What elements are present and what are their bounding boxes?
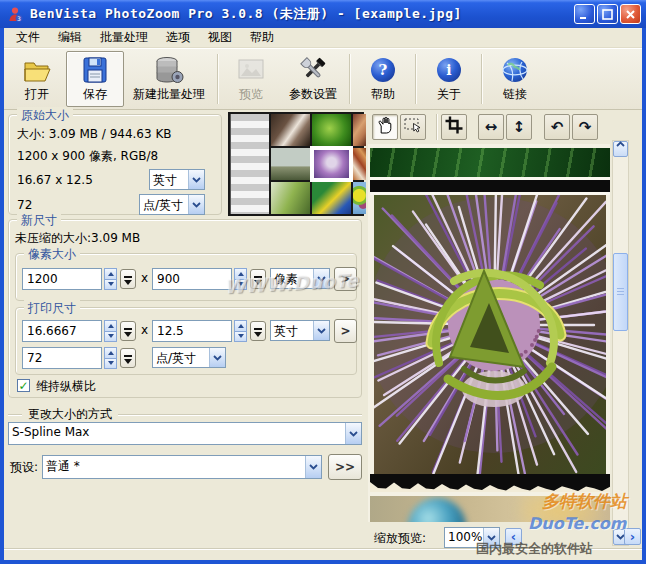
new-batch-toolbar-button[interactable]: 新建批量处理 xyxy=(124,51,214,107)
toolbar-button-label: 关于 xyxy=(437,86,461,103)
original-unit-combo[interactable]: 英寸 xyxy=(149,169,205,190)
scroll-up-button[interactable] xyxy=(613,141,628,157)
pixel-height-stepper[interactable] xyxy=(234,268,247,290)
pixel-unit-combo[interactable]: 像素 xyxy=(270,268,330,289)
flip-horizontal-tool-button[interactable]: ↔ xyxy=(478,114,504,140)
pixel-width-flyout-button[interactable] xyxy=(120,269,136,289)
menu-item-batch[interactable]: 批量处理 xyxy=(94,28,154,48)
print-width-flyout-button[interactable] xyxy=(120,321,136,341)
close-button[interactable] xyxy=(620,4,641,24)
open-toolbar-button[interactable]: 打开 xyxy=(8,51,66,107)
link-toolbar-button[interactable]: 链接 xyxy=(486,51,544,107)
toolbar-separator xyxy=(349,54,351,104)
rotate-left-tool-button[interactable]: ↶ xyxy=(544,114,570,140)
pan-left-button[interactable]: ‹ xyxy=(505,528,522,545)
thumbnail-wedding[interactable] xyxy=(271,114,310,146)
method-combo[interactable]: S-Spline Max xyxy=(8,422,362,445)
pan-right-button[interactable]: › xyxy=(624,528,641,545)
rotate-right-icon: ↷ xyxy=(579,118,592,136)
help-toolbar-button[interactable]: ?帮助 xyxy=(354,51,412,107)
print-height-stepper[interactable] xyxy=(234,320,247,342)
chevron-down-icon[interactable] xyxy=(188,195,204,214)
pixel-apply-button[interactable]: > xyxy=(334,267,357,291)
print-resolution-unit-combo[interactable]: 点/英寸 xyxy=(152,347,226,368)
thumbnail-leaf[interactable] xyxy=(312,114,351,146)
settings-toolbar-button[interactable]: 参数设置 xyxy=(280,51,346,107)
torn-edge-band xyxy=(370,474,610,492)
chevron-down-icon[interactable] xyxy=(305,456,321,478)
menu-item-edit[interactable]: 编辑 xyxy=(52,28,88,48)
title-bar: 3 BenVista PhotoZoom Pro 3.0.8 (未注册) - [… xyxy=(0,0,646,28)
flyout-arrow-icon xyxy=(254,276,262,285)
keep-aspect-checkbox[interactable]: ✓ xyxy=(17,379,30,392)
menu-item-options[interactable]: 选项 xyxy=(160,28,196,48)
print-resolution-flyout-button[interactable] xyxy=(120,348,136,368)
print-resolution-input[interactable] xyxy=(22,347,102,369)
times-label: x xyxy=(141,323,148,337)
toolbar-button-label: 帮助 xyxy=(371,86,395,103)
print-height-flyout-button[interactable] xyxy=(250,321,266,341)
print-apply-button[interactable]: > xyxy=(334,319,357,343)
original-resolution: 72 xyxy=(17,198,32,212)
rotate-right-tool-button[interactable]: ↷ xyxy=(572,114,598,140)
print-width-stepper[interactable] xyxy=(104,320,117,342)
thumbnail-sprout[interactable] xyxy=(271,182,310,214)
pixel-height-input[interactable] xyxy=(152,268,232,290)
chevron-down-icon[interactable] xyxy=(209,348,225,367)
print-height-input[interactable] xyxy=(152,320,232,342)
preset-more-button[interactable]: >> xyxy=(328,454,362,480)
chevron-down-icon[interactable] xyxy=(345,423,361,444)
thumbnail-parrot[interactable] xyxy=(312,182,351,214)
hand-tool-button[interactable] xyxy=(372,114,398,140)
preset-combo[interactable]: 普通 * xyxy=(42,455,322,479)
tools-icon xyxy=(296,55,330,85)
thumbnail-portrait[interactable] xyxy=(353,114,366,146)
save-toolbar-button[interactable]: 保存 xyxy=(66,51,124,107)
toolbar-button-label: 新建批量处理 xyxy=(133,86,205,103)
preview-viewport[interactable] xyxy=(368,144,610,522)
original-file-size: 大小: 3.09 MB / 944.63 KB xyxy=(17,126,172,143)
thumbnail-windmill[interactable] xyxy=(271,148,310,180)
about-toolbar-button[interactable]: i关于 xyxy=(420,51,478,107)
light-blur xyxy=(520,496,600,522)
marquee-tool-icon xyxy=(403,115,423,139)
crop-tool-button[interactable] xyxy=(441,114,467,140)
thumbnail-passionflower-selected[interactable] xyxy=(312,148,351,180)
preset-label: 预设: xyxy=(10,459,38,476)
image-navigator xyxy=(228,112,364,216)
flip-vertical-tool-button[interactable]: ↕ xyxy=(506,114,532,140)
print-resolution-stepper[interactable] xyxy=(104,347,117,369)
preview-vertical-scrollbar[interactable] xyxy=(612,140,629,546)
print-width-input[interactable] xyxy=(22,320,102,342)
preview-toolbar-separator xyxy=(436,114,438,140)
zoom-combo[interactable]: 100% xyxy=(444,527,500,548)
help-icon: ? xyxy=(366,55,400,85)
chevron-down-icon[interactable] xyxy=(188,170,204,189)
pixel-size-group-label: 像素大小 xyxy=(24,246,80,263)
client-area: 文件编辑批量处理选项视图帮助 打开保存新建批量处理预览参数设置?帮助i关于链接 … xyxy=(4,28,642,560)
pixel-width-stepper[interactable] xyxy=(104,268,117,290)
minimize-button[interactable] xyxy=(574,4,595,24)
marquee-tool-button[interactable] xyxy=(400,114,426,140)
menu-item-view[interactable]: 视图 xyxy=(202,28,238,48)
times-label: x xyxy=(141,271,148,285)
thumbnail-autumn[interactable] xyxy=(353,148,366,180)
chevron-down-icon[interactable] xyxy=(313,321,329,340)
maximize-button[interactable] xyxy=(597,4,618,24)
toolbar-button-label: 保存 xyxy=(83,86,107,103)
chevron-down-icon[interactable] xyxy=(483,528,499,547)
chevron-down-icon[interactable] xyxy=(313,269,329,288)
pixel-size-group: 像素大小 x 像素 > xyxy=(15,253,357,301)
menu-item-file[interactable]: 文件 xyxy=(10,28,46,48)
toolbar-button-label: 预览 xyxy=(239,86,263,103)
pixel-width-input[interactable] xyxy=(22,268,102,290)
pixel-height-flyout-button[interactable] xyxy=(250,269,266,289)
scrollbar-thumb[interactable] xyxy=(613,253,628,331)
leaf-band-image xyxy=(370,148,610,177)
print-unit-combo[interactable]: 英寸 xyxy=(270,320,330,341)
toolbar-button-label: 参数设置 xyxy=(289,86,337,103)
keep-aspect-label: 维持纵横比 xyxy=(36,378,96,395)
original-resolution-unit-combo[interactable]: 点/英寸 xyxy=(139,194,205,215)
menu-item-help[interactable]: 帮助 xyxy=(244,28,280,48)
thumbnail-balloons[interactable] xyxy=(353,182,366,214)
